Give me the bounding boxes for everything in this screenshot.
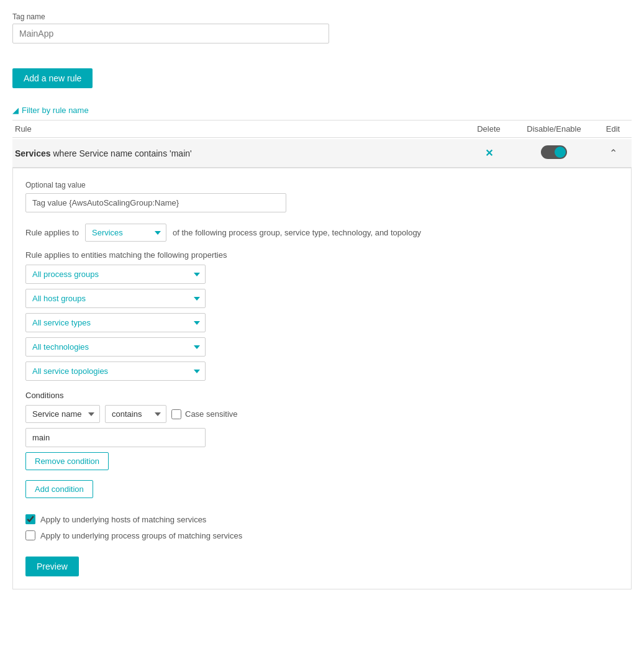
filter-icon: ◢ [12,106,19,115]
rule-text: where Service name contains 'main' [51,148,192,158]
process-groups-dropdown[interactable]: All process groups [25,265,206,284]
collapse-rule-button[interactable]: ⌃ [609,148,617,158]
rule-toggle-cell [514,145,594,161]
case-sensitive-label[interactable]: Case sensitive [171,409,238,419]
preview-button[interactable]: Preview [25,557,79,576]
apply-process-groups-checkbox[interactable] [25,530,35,540]
service-topologies-dropdown[interactable]: All service topologies [25,361,206,381]
rule-delete-cell: ✕ [464,147,514,159]
rule-applies-row: Rule applies to Services Process groups … [25,224,619,242]
host-groups-dropdown[interactable]: All host groups [25,289,206,308]
filter-label[interactable]: ◢ Filter by rule name [12,106,632,115]
toggle-knob [555,147,566,158]
rule-applies-dropdown[interactable]: Services Process groups Hosts Applicatio… [85,224,166,242]
disable-enable-toggle[interactable] [541,145,567,159]
add-condition-button[interactable]: Add condition [25,480,93,498]
rule-entity-type: Services [15,148,51,158]
technologies-dropdown[interactable]: All technologies [25,337,206,357]
service-types-dropdown[interactable]: All service types [25,313,206,332]
matching-props-label: Rule applies to entities matching the fo… [25,250,619,260]
rule-applies-prefix: Rule applies to [25,228,79,237]
condition-property-dropdown[interactable]: Service name Service type [25,405,100,423]
add-rule-button[interactable]: Add a new rule [12,68,93,88]
tag-name-section: Tag name [12,12,632,43]
filter-section: ◢ Filter by rule name [12,106,632,115]
optional-tag-label: Optional tag value [25,181,619,189]
table-header: Rule Delete Disable/Enable Edit [12,120,632,138]
tag-name-input[interactable] [12,24,329,43]
apply-option-hosts[interactable]: Apply to underlying hosts of matching se… [25,514,619,524]
rule-applies-suffix: of the following process group, service … [173,228,421,237]
remove-condition-button[interactable]: Remove condition [25,452,109,470]
apply-hosts-label: Apply to underlying hosts of matching se… [40,515,206,524]
apply-options: Apply to underlying hosts of matching se… [25,514,619,540]
rule-row-text: Services where Service name contains 'ma… [12,148,464,158]
case-sensitive-checkbox[interactable] [171,409,181,419]
conditions-label: Conditions [25,391,619,400]
apply-process-groups-label: Apply to underlying process groups of ma… [40,531,242,540]
col-delete-header: Delete [464,124,514,134]
col-edit-header: Edit [594,124,632,134]
condition-row: Service name Service type contains equal… [25,405,619,423]
col-rule-header: Rule [12,124,464,134]
col-disable-header: Disable/Enable [514,124,594,134]
delete-rule-button[interactable]: ✕ [485,148,493,158]
apply-hosts-checkbox[interactable] [25,514,35,524]
case-sensitive-text: Case sensitive [185,409,238,419]
rule-editor: Optional tag value Rule applies to Servi… [12,168,632,589]
rule-edit-cell: ⌃ [594,147,632,159]
rule-row: Services where Service name contains 'ma… [12,139,632,168]
apply-option-process-groups[interactable]: Apply to underlying process groups of ma… [25,530,619,540]
tag-value-input[interactable] [25,193,286,212]
condition-operator-dropdown[interactable]: contains equals starts with [105,405,166,423]
tag-name-label: Tag name [12,12,632,21]
condition-value-input[interactable] [25,428,206,447]
